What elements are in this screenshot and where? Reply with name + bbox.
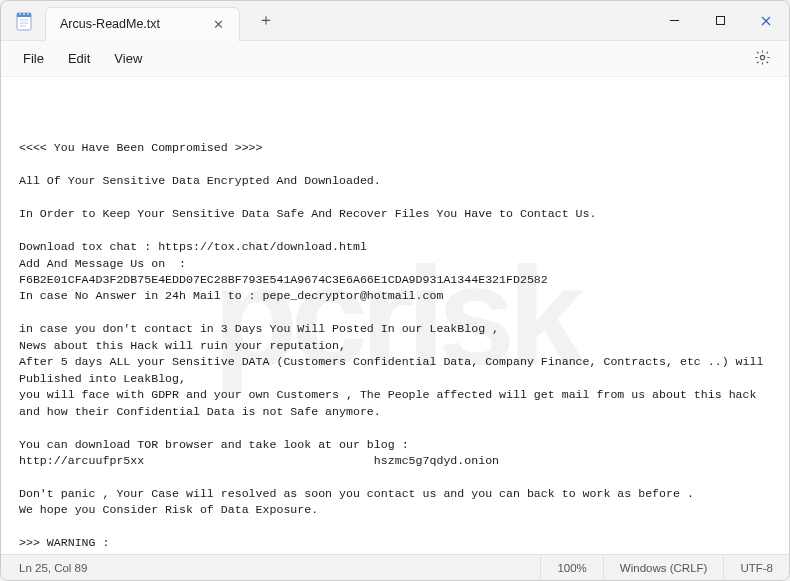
svg-rect-9	[716, 17, 724, 25]
tab-close-icon[interactable]: ✕	[208, 15, 229, 34]
statusbar: Ln 25, Col 89 100% Windows (CRLF) UTF-8	[1, 554, 789, 580]
status-zoom[interactable]: 100%	[540, 555, 602, 580]
window-controls	[651, 1, 789, 40]
titlebar: Arcus-ReadMe.txt ✕ ＋	[1, 1, 789, 41]
svg-point-3	[23, 13, 25, 15]
close-button[interactable]	[743, 1, 789, 40]
minimize-button[interactable]	[651, 1, 697, 40]
menu-view[interactable]: View	[102, 46, 154, 71]
maximize-button[interactable]	[697, 1, 743, 40]
tab-document[interactable]: Arcus-ReadMe.txt ✕	[45, 7, 240, 41]
document-body: <<<< You Have Been Compromised >>>> All …	[19, 140, 771, 554]
tab-title: Arcus-ReadMe.txt	[60, 17, 160, 31]
menu-edit[interactable]: Edit	[56, 46, 102, 71]
svg-point-2	[19, 13, 21, 15]
status-line-ending[interactable]: Windows (CRLF)	[603, 555, 724, 580]
new-tab-button[interactable]: ＋	[250, 6, 282, 35]
notepad-icon	[15, 10, 33, 32]
svg-point-4	[27, 13, 29, 15]
settings-icon[interactable]	[746, 44, 779, 74]
app-window: Arcus-ReadMe.txt ✕ ＋ File Edit View	[0, 0, 790, 581]
svg-point-12	[760, 55, 764, 59]
menu-file[interactable]: File	[11, 46, 56, 71]
text-editor[interactable]: pcrisk <<<< You Have Been Compromised >>…	[1, 77, 789, 554]
menubar: File Edit View	[1, 41, 789, 77]
status-encoding[interactable]: UTF-8	[723, 555, 789, 580]
status-position[interactable]: Ln 25, Col 89	[1, 555, 103, 580]
